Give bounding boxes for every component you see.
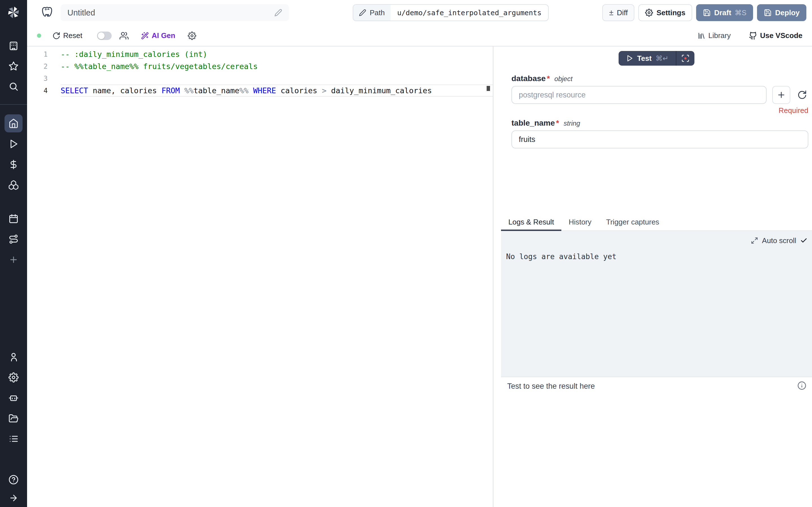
logs-controls: Auto scroll xyxy=(506,235,808,245)
code-text: SELECT name, calories FROM %%table_name%… xyxy=(61,84,493,97)
sidebar-expand-button[interactable] xyxy=(0,488,27,507)
sidebar-item-add[interactable] xyxy=(0,249,27,270)
code-text: -- %%table_name%% fruits/vegetables/cere… xyxy=(61,60,493,72)
table-name-input[interactable] xyxy=(511,130,808,149)
sidebar-item-resources[interactable] xyxy=(0,175,27,195)
sidebar-divider xyxy=(0,104,27,105)
result-placeholder: Test to see the result here xyxy=(507,381,595,391)
code-line-2[interactable]: 2-- %%table_name%% fruits/vegetables/cer… xyxy=(27,60,493,72)
windmill-logo[interactable] xyxy=(6,4,21,20)
sidebar-item-settings[interactable] xyxy=(0,367,27,388)
required-message: Required xyxy=(511,106,808,115)
sidebar-item-schedules[interactable] xyxy=(0,209,27,229)
toggle-knob xyxy=(98,33,105,39)
plus-icon xyxy=(9,255,18,265)
settings-button[interactable]: Settings xyxy=(638,4,692,21)
check-icon[interactable] xyxy=(800,237,808,244)
path-label-segment: Path xyxy=(353,5,391,20)
editor-toolbar: Reset AI Gen Library Use VScode xyxy=(27,25,812,47)
refresh-icon xyxy=(52,32,60,40)
code-line-1[interactable]: 1-- :daily_minimum_calories (int) xyxy=(27,48,493,60)
code-lines: 1-- :daily_minimum_calories (int)2-- %%t… xyxy=(27,48,493,97)
add-resource-button[interactable] xyxy=(772,86,790,104)
database-field-label: database * object xyxy=(511,74,808,83)
line-number: 1 xyxy=(27,50,61,58)
sidebar-item-help[interactable] xyxy=(0,469,27,490)
required-asterisk: * xyxy=(547,74,550,83)
save-icon xyxy=(703,9,711,17)
route-icon xyxy=(8,234,18,244)
calendar-icon xyxy=(8,214,18,224)
robot-icon xyxy=(8,393,18,403)
play-icon xyxy=(626,55,633,62)
sidebar-item-home[interactable] xyxy=(4,114,22,132)
dollar-icon xyxy=(8,159,18,170)
test-row: Test ⌘↵ xyxy=(501,47,812,70)
gear-icon xyxy=(645,9,653,17)
ai-gen-button[interactable]: AI Gen xyxy=(141,31,175,40)
help-icon xyxy=(8,474,18,485)
capture-button[interactable] xyxy=(676,51,695,66)
deploy-button[interactable]: Deploy xyxy=(757,4,806,21)
use-vscode-button[interactable]: Use VScode xyxy=(749,31,802,40)
sidebar-item-favorites[interactable] xyxy=(0,56,27,76)
sidebar-item-search[interactable] xyxy=(0,76,27,97)
test-shortcut: ⌘↵ xyxy=(656,54,668,62)
topbar: Untitled Path u/demo/safe_interpolated_a… xyxy=(27,0,812,25)
tab-trigger-captures[interactable]: Trigger captures xyxy=(599,214,666,230)
code-line-4[interactable]: 4SELECT name, calories FROM %%table_name… xyxy=(27,84,493,97)
reset-button[interactable]: Reset xyxy=(52,31,82,40)
database-field-row xyxy=(511,86,808,104)
test-split-button: Test ⌘↵ xyxy=(619,51,695,66)
library-icon xyxy=(698,32,705,40)
arrow-right-icon xyxy=(9,493,18,503)
content: 1-- :daily_minimum_calories (int)2-- %%t… xyxy=(27,47,812,507)
diff-button[interactable]: ± Diff xyxy=(602,4,635,21)
editor-settings-gear-icon[interactable] xyxy=(188,32,196,40)
line-number: 3 xyxy=(27,75,61,82)
sidebar-item-workspace[interactable] xyxy=(0,36,27,56)
panel-splitter[interactable] xyxy=(493,47,501,507)
field-name: database xyxy=(511,74,546,83)
library-button[interactable]: Library xyxy=(698,31,730,40)
tab-history[interactable]: History xyxy=(561,214,599,230)
sidebar-item-runs[interactable] xyxy=(0,134,27,154)
path-chip[interactable]: Path u/demo/safe_interpolated_arguments xyxy=(353,4,549,21)
test-button[interactable]: Test ⌘↵ xyxy=(619,51,676,66)
script-title-field[interactable]: Untitled xyxy=(61,4,289,21)
expand-icon[interactable] xyxy=(751,237,758,244)
info-icon[interactable] xyxy=(797,381,806,390)
multiplayer-toggle[interactable] xyxy=(97,32,112,40)
save-icon xyxy=(764,9,772,17)
draft-button[interactable]: Draft ⌘S xyxy=(696,4,753,21)
github-icon xyxy=(749,32,757,40)
pencil-icon xyxy=(274,9,282,17)
required-asterisk: * xyxy=(556,119,559,128)
logs-pane: Auto scroll No logs are available yet xyxy=(501,231,812,377)
result-tabs: Logs & Result History Trigger captures xyxy=(501,214,812,231)
database-resource-input[interactable] xyxy=(511,86,767,104)
arguments-form: database * object Required table_na xyxy=(501,70,812,214)
logs-empty-message: No logs are available yet xyxy=(506,252,808,261)
sidebar-item-users[interactable] xyxy=(0,347,27,367)
table-name-field-label: table_name * string xyxy=(511,119,808,128)
users-icon[interactable] xyxy=(119,31,129,40)
tab-logs-result[interactable]: Logs & Result xyxy=(501,214,561,230)
home-icon xyxy=(8,118,18,128)
line-number: 4 xyxy=(27,87,61,95)
sidebar-item-flows[interactable] xyxy=(0,229,27,249)
capture-icon xyxy=(681,54,690,62)
code-editor[interactable]: 1-- :daily_minimum_calories (int)2-- %%t… xyxy=(27,47,493,507)
field-type: object xyxy=(554,75,572,83)
refresh-resources-button[interactable] xyxy=(796,90,808,100)
sidebar-item-audit-logs[interactable] xyxy=(0,429,27,449)
gear-icon xyxy=(8,372,18,383)
list-icon xyxy=(8,434,18,444)
code-line-3[interactable]: 3 xyxy=(27,72,493,84)
sidebar-item-workers[interactable] xyxy=(0,388,27,408)
wand-icon xyxy=(141,32,149,40)
sidebar-item-variables[interactable] xyxy=(0,154,27,175)
plus-minus-icon: ± xyxy=(609,8,613,17)
path-label: Path xyxy=(370,8,385,17)
sidebar-item-folders[interactable] xyxy=(0,408,27,429)
